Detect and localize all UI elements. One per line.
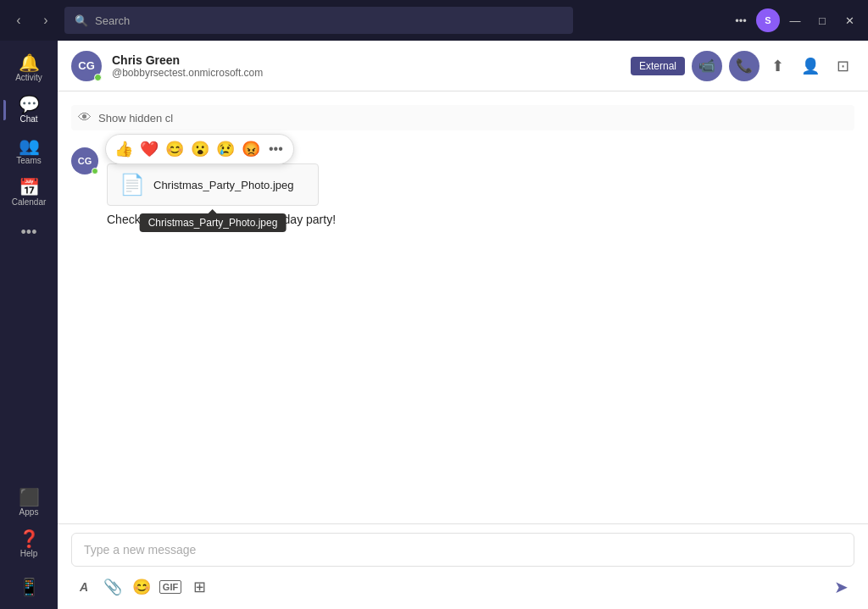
- reaction-bar: 👍 ❤️ 😊 😮 😢 😡 •••: [105, 134, 294, 164]
- call-icon: 📞: [736, 58, 753, 74]
- sidebar-item-apps[interactable]: ⬛ Apps: [7, 482, 51, 523]
- reaction-angry[interactable]: 😡: [240, 138, 262, 160]
- nav-buttons: ‹ ›: [7, 8, 58, 32]
- more-options-button[interactable]: •••: [729, 8, 753, 32]
- add-people-button[interactable]: 👤: [796, 52, 825, 80]
- message-input-box[interactable]: Type a new message: [71, 533, 854, 567]
- share-screen-button[interactable]: ⬆: [766, 52, 789, 80]
- pop-out-button[interactable]: ⊡: [832, 52, 854, 80]
- content-area: CG Chris Green @bobbyrsectest.onmicrosof…: [58, 41, 868, 609]
- sidebar-item-help[interactable]: ❓ Help: [7, 523, 51, 565]
- file-name: Christmas_Party_Photo.jpeg: [153, 179, 293, 191]
- phone-icon: 📱: [19, 579, 40, 595]
- contact-info: Chris Green @bobbyrsectest.onmicrosoft.c…: [112, 53, 620, 79]
- chat-panel: CG Chris Green @bobbyrsectest.onmicrosof…: [58, 41, 868, 609]
- contact-name: Chris Green: [112, 53, 620, 67]
- gif-label: GIF: [159, 580, 181, 594]
- search-bar[interactable]: 🔍: [64, 7, 573, 34]
- more-reactions-button[interactable]: •••: [265, 140, 287, 158]
- people-icon: 👤: [801, 57, 820, 75]
- reaction-surprised[interactable]: 😮: [189, 138, 211, 160]
- sidebar-label-apps: Apps: [19, 507, 39, 517]
- external-badge-button[interactable]: External: [631, 57, 685, 75]
- contact-online-dot: [94, 74, 102, 81]
- reaction-thumbsup[interactable]: 👍: [113, 138, 135, 160]
- gif-button[interactable]: GIF: [158, 574, 183, 600]
- format-text-button[interactable]: A: [71, 574, 97, 600]
- sidebar-item-teams[interactable]: 👥 Teams: [7, 130, 51, 172]
- attach-button[interactable]: 📎: [100, 574, 125, 600]
- message-avatar: CG: [71, 147, 98, 174]
- emoji-icon: 😊: [132, 578, 151, 596]
- search-input[interactable]: [95, 14, 563, 27]
- contact-avatar: CG: [71, 51, 102, 81]
- audio-call-button[interactable]: 📞: [729, 51, 760, 81]
- send-icon: ➤: [834, 577, 849, 597]
- message-sender-online-dot: [92, 168, 98, 174]
- hidden-chats-bar[interactable]: 👁 Show hidden cl: [71, 105, 854, 130]
- apps-icon: ⬛: [19, 489, 40, 506]
- input-placeholder: Type a new message: [84, 543, 196, 556]
- format-icon: A: [80, 580, 88, 594]
- sidebar-item-activity[interactable]: 🔔 Activity: [7, 47, 51, 89]
- title-bar: ‹ › 🔍 ••• S — □ ✕: [0, 0, 868, 41]
- search-icon: 🔍: [75, 14, 88, 27]
- reaction-heart[interactable]: ❤️: [138, 138, 160, 160]
- sticker-icon: ⊞: [193, 578, 206, 596]
- eye-icon: 👁: [78, 110, 92, 125]
- video-call-button[interactable]: 📹: [692, 51, 722, 81]
- maximize-button[interactable]: □: [810, 8, 834, 32]
- share-icon: ⬆: [771, 57, 784, 75]
- sidebar-item-chat[interactable]: 💬 Chat: [7, 89, 51, 130]
- sidebar-label-chat: Chat: [19, 114, 37, 124]
- activity-icon: 🔔: [19, 54, 40, 71]
- sidebar-more-dots[interactable]: •••: [21, 213, 37, 252]
- emoji-button[interactable]: 😊: [129, 574, 154, 600]
- sidebar-label-calendar: Calendar: [12, 197, 47, 207]
- input-toolbar: A 📎 😊 GIF ⊞ ➤: [71, 573, 854, 601]
- minimize-button[interactable]: —: [783, 8, 807, 32]
- contact-email: @bobbyrsectest.onmicrosoft.com: [112, 67, 620, 79]
- chat-messages[interactable]: 👁 Show hidden cl 👍 ❤️ 😊 😮 😢 😡 •••: [58, 91, 868, 523]
- send-button[interactable]: ➤: [827, 573, 854, 601]
- sticker-button[interactable]: ⊞: [186, 574, 212, 600]
- sidebar: 🔔 Activity 💬 Chat 👥 Teams 📅 Calendar •••…: [0, 41, 58, 609]
- hidden-chats-label: Show hidden cl: [98, 112, 173, 125]
- sidebar-item-calendar[interactable]: 📅 Calendar: [7, 172, 51, 213]
- back-button[interactable]: ‹: [7, 8, 31, 32]
- close-button[interactable]: ✕: [837, 8, 861, 32]
- message-group: 👍 ❤️ 😊 😮 😢 😡 ••• CG Chris: [71, 147, 854, 226]
- message-input-area: Type a new message A 📎 😊 GIF: [58, 523, 868, 609]
- chat-header: CG Chris Green @bobbyrsectest.onmicrosof…: [58, 41, 868, 91]
- sidebar-label-help: Help: [20, 549, 38, 558]
- header-actions: External 📹 📞 ⬆ 👤 ⊡: [631, 51, 854, 81]
- reaction-smile[interactable]: 😊: [164, 138, 186, 160]
- attach-icon: 📎: [103, 578, 122, 596]
- expand-icon: ⊡: [837, 57, 849, 75]
- sidebar-label-activity: Activity: [15, 73, 42, 82]
- calendar-icon: 📅: [19, 179, 40, 196]
- chat-icon: 💬: [19, 96, 40, 113]
- reaction-sad[interactable]: 😢: [214, 138, 236, 160]
- title-bar-actions: ••• S — □ ✕: [729, 8, 861, 32]
- file-attachment[interactable]: 📄 Christmas_Party_Photo.jpeg Christmas_P…: [107, 163, 319, 206]
- video-icon: 📹: [698, 58, 715, 74]
- teams-icon: 👥: [19, 137, 40, 154]
- help-icon: ❓: [19, 530, 40, 547]
- sidebar-item-phone[interactable]: 📱: [7, 572, 51, 602]
- message-text: Check out this photo from the holiday pa…: [107, 213, 854, 226]
- file-icon: 📄: [120, 173, 145, 197]
- main-layout: 🔔 Activity 💬 Chat 👥 Teams 📅 Calendar •••…: [0, 41, 868, 609]
- user-avatar-button[interactable]: S: [756, 8, 780, 32]
- sidebar-label-teams: Teams: [16, 156, 41, 165]
- forward-button[interactable]: ›: [34, 8, 58, 32]
